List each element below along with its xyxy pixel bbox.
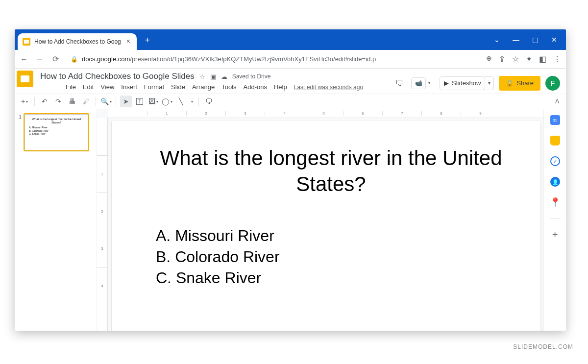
lock-icon: 🔒 [71, 56, 78, 63]
new-tab-button[interactable]: + [141, 34, 154, 48]
zoom-button[interactable]: 🔍 [100, 96, 112, 107]
share-label: Share [516, 79, 534, 87]
nav-back-icon[interactable]: ← [20, 55, 28, 64]
watermark: SLIDEMODEL.COM [513, 343, 573, 350]
slideshow-dropdown[interactable]: ▾ [485, 76, 494, 90]
omnibox[interactable]: 🔒 docs.google.com/presentation/d/1pq36Wz… [67, 53, 479, 65]
saved-status: Saved to Drive [232, 73, 271, 80]
slide-option-c: C. Snake River [156, 267, 521, 289]
present-icon: ▶ [444, 79, 449, 87]
canvas-area[interactable]: 123456789 1234 What is the longest river… [97, 109, 543, 331]
textbox-tool[interactable]: 🅃 [134, 96, 146, 107]
line-tool[interactable]: ╲ [175, 96, 187, 107]
slides-favicon-icon [23, 38, 30, 46]
move-doc-icon[interactable]: ▣ [210, 73, 216, 80]
new-slide-button[interactable]: + [19, 96, 30, 107]
last-edit-link[interactable]: Last edit was seconds ago [294, 84, 363, 91]
nav-reload-icon[interactable]: ⟳ [51, 54, 60, 64]
document-name[interactable]: How to Add Checkboxes to Google Slides [40, 72, 195, 81]
menu-format[interactable]: Format [144, 83, 164, 91]
tab-close-icon[interactable]: × [125, 38, 132, 45]
slide-canvas[interactable]: What is the longest river in the United … [112, 121, 540, 331]
app-header: How to Add Checkboxes to Google Slides ☆… [15, 69, 566, 94]
thumb-question: What is the longest river in the United … [29, 118, 84, 124]
tab-title: How to Add Checkboxes to Goog [34, 38, 121, 45]
chrome-menu-icon[interactable]: ⋮ [553, 54, 561, 64]
line-menu[interactable] [189, 96, 195, 107]
hide-menus-icon[interactable]: ᐱ [555, 98, 562, 105]
menu-slide[interactable]: Slide [171, 83, 185, 91]
redo-button[interactable]: ↷ [52, 96, 64, 107]
menu-addons[interactable]: Add-ons [244, 83, 267, 91]
browser-window: How to Add Checkboxes to Goog × + ⌄ — ▢ … [15, 29, 566, 331]
undo-button[interactable]: ↶ [39, 96, 50, 107]
slideshow-button[interactable]: ▶ Slideshow [440, 76, 485, 90]
slide-option-a: A. Missouri River [156, 225, 521, 246]
keep-icon[interactable] [550, 136, 560, 146]
slideshow-label: Slideshow [452, 79, 481, 87]
window-maximize-icon[interactable]: ▢ [532, 36, 539, 44]
ruler-horizontal: 123456789 [108, 109, 543, 118]
slides-logo-icon[interactable] [17, 71, 33, 87]
filmstrip: 1 What is the longest river in the Unite… [15, 109, 97, 331]
browser-titlebar: How to Add Checkboxes to Goog × + ⌄ — ▢ … [15, 29, 566, 50]
calendar-icon[interactable] [550, 115, 560, 125]
image-tool[interactable]: 🖼 [147, 96, 159, 107]
account-avatar[interactable]: F [545, 76, 560, 91]
contacts-icon[interactable] [550, 177, 560, 187]
comments-icon[interactable]: 🗨 [392, 76, 406, 90]
slide-option-b: B. Colorado River [156, 246, 521, 267]
share-page-icon[interactable]: ⇪ [499, 54, 505, 64]
side-panel: 📍 + [543, 109, 566, 331]
side-panel-icon[interactable]: ◧ [539, 54, 546, 64]
tasks-icon[interactable] [550, 156, 560, 166]
window-controls: ⌄ — ▢ ✕ [485, 29, 566, 50]
ruler-vertical: 1234 [97, 118, 108, 331]
window-minimize-icon[interactable]: — [513, 36, 519, 44]
menu-help[interactable]: Help [274, 83, 287, 91]
cloud-saved-icon: ☁ [221, 73, 227, 80]
url-domain: docs.google.com [82, 55, 130, 63]
menu-file[interactable]: File [66, 83, 76, 91]
side-panel-divider [550, 218, 561, 218]
select-tool[interactable]: ➤ [120, 96, 132, 107]
menu-edit[interactable]: Edit [83, 83, 94, 91]
print-button[interactable]: 🖶 [66, 96, 78, 107]
extensions-icon[interactable]: ✦ [526, 54, 532, 64]
menu-arrange[interactable]: Arrange [192, 83, 215, 91]
window-chevron-icon[interactable]: ⌄ [494, 36, 500, 44]
workspace: 1 What is the longest river in the Unite… [15, 109, 566, 331]
menu-view[interactable]: View [100, 83, 114, 91]
thumb-number: 1 [19, 114, 22, 150]
menu-tools[interactable]: Tools [221, 83, 236, 91]
menu-bar: File Edit View Insert Format Slide Arran… [40, 81, 388, 94]
share-lock-icon: 🔒 [506, 79, 514, 87]
toolbar: + ↶ ↷ 🖶 🖌 🔍 ➤ 🅃 🖼 ◯ ╲ 🗨 ᐱ [15, 94, 566, 109]
paint-format-button[interactable]: 🖌 [80, 96, 92, 107]
comment-tool[interactable]: 🗨 [203, 96, 215, 107]
page-zoom-icon[interactable]: ⊕ [486, 54, 492, 64]
slide-question: What is the longest river in the United … [141, 146, 521, 197]
address-bar: ← → ⟳ 🔒 docs.google.com/presentation/d/1… [15, 50, 566, 69]
menu-insert[interactable]: Insert [121, 83, 137, 91]
address-right-icons: ⊕ ⇪ ☆ ✦ ◧ ⋮ [486, 54, 561, 64]
get-addons-icon[interactable]: + [552, 229, 558, 241]
slide-thumbnail-1[interactable]: What is the longest river in the United … [24, 114, 88, 150]
shape-tool[interactable]: ◯ [161, 96, 173, 107]
maps-icon[interactable]: 📍 [550, 197, 560, 207]
nav-forward-icon[interactable]: → [35, 55, 44, 64]
thumb-opt-c: C. Snake River [29, 132, 84, 136]
star-doc-icon[interactable]: ☆ [199, 73, 205, 80]
meet-button[interactable]: 📹 [411, 77, 426, 89]
bookmark-star-icon[interactable]: ☆ [512, 54, 519, 64]
browser-tab[interactable]: How to Add Checkboxes to Goog × [18, 33, 137, 50]
share-button[interactable]: 🔒 Share [499, 76, 540, 91]
url-path: /presentation/d/1pq36WzVXIk3eIpKQZTMyUw2… [130, 55, 376, 63]
window-close-icon[interactable]: ✕ [551, 36, 557, 44]
